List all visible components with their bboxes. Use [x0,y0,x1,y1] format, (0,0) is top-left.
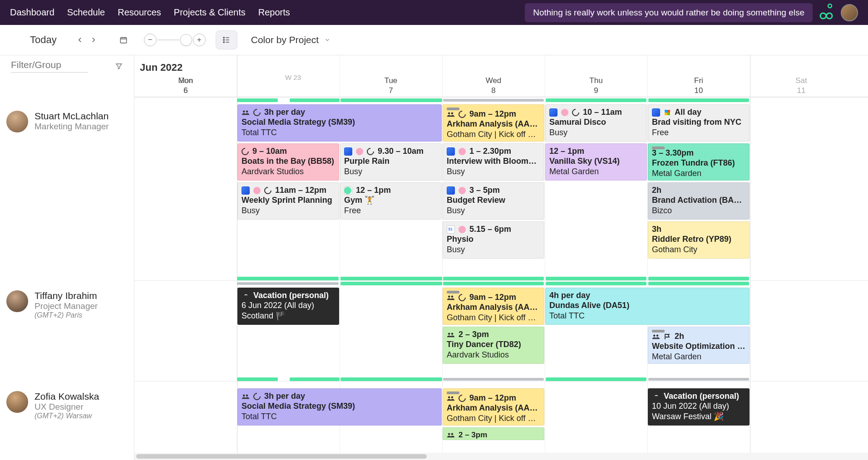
event-budget[interactable]: 3 – 5pm Budget Review Busy [443,182,544,220]
outlook-icon [549,108,557,117]
color-dot-icon [356,148,363,155]
zoom-in-button[interactable]: + [193,34,206,46]
nav-reports[interactable]: Reports [258,1,290,24]
event-vacation-zofia[interactable]: Vacation (personal) 10 Jun 2022 (All day… [648,388,750,426]
chevron-down-icon [324,37,330,43]
lane-zofia: 3h per day Social Media Strategy (SM39) … [134,381,868,454]
svg-point-18 [451,396,454,398]
color-dot-icon [664,109,671,116]
recurring-icon [572,109,579,116]
event-dundas[interactable]: 4h per day Dundas Alive (DA51) Total TTC [545,288,750,325]
recurring-icon [253,109,261,116]
zoom-out-button[interactable]: − [144,34,157,46]
recurring-icon [367,148,374,155]
event-td-zofia[interactable]: 2 – 3pm [443,427,544,440]
topbar: Dashboard Schedule Resources Projects & … [0,0,868,25]
svg-point-12 [451,333,454,335]
person-row-tiffany[interactable]: Tiffany IbrahimProject Manager(GMT+2) Pa… [0,283,134,384]
event-gym[interactable]: 12 – 1pm Gym 🏋️ Free [340,182,442,220]
event-boats[interactable]: 9 – 10am Boats in the Bay (BB58) Aardvar… [237,143,339,181]
next-button[interactable] [87,33,100,47]
prev-button[interactable] [73,33,87,47]
recurring-icon [264,187,271,194]
lane-tiffany: Vacation (personal) 6 Jun 2022 (All day)… [134,280,868,381]
svg-rect-1 [120,38,127,43]
event-purple-rain[interactable]: 9.30 – 10am Purple Rain Busy [340,143,442,181]
vacation-icon [242,292,250,299]
vacation-icon [652,393,660,400]
event-bloomberg[interactable]: 1 – 2.30pm Interview with Bloomberg Busy [443,143,544,181]
event-website-opt[interactable]: 2h Website Optimization (WO1 Metal Garde… [648,327,750,364]
outlook-icon [447,147,455,156]
group-icon [242,393,250,400]
svg-point-4 [223,42,225,43]
group-icon [447,294,455,301]
color-dot-icon [344,187,351,194]
event-samurai[interactable]: 10 – 11am Samurai Disco Busy [545,104,647,142]
event-arkham-zofia[interactable]: 9am – 12pm Arkham Analysis (AA40) Gotham… [443,388,544,426]
color-dot-icon [459,187,466,194]
svg-point-10 [451,295,454,298]
recurring-icon [459,395,466,402]
nav-resources[interactable]: Resources [118,1,161,24]
svg-point-5 [243,110,245,113]
group-icon [447,395,455,401]
svg-point-17 [448,396,450,398]
schedule-grid[interactable]: Jun 2022 W 23 Sun5 Mon6 Tue7 Wed8 Thu9 F… [134,55,868,460]
outlook-icon [652,108,660,117]
event-sm39-zofia[interactable]: 3h per day Social Media Strategy (SM39) … [237,388,442,426]
person-row-zofia[interactable]: Zofia KowalskaUX Designer(GMT+2) Warsaw [0,384,134,427]
color-by-dropdown[interactable]: Color by Project [251,34,330,45]
svg-point-3 [223,39,225,41]
svg-point-8 [451,112,454,114]
event-frozen[interactable]: 3 – 3.30pm Frozen Tundra (FT86) Metal Ga… [648,143,750,181]
person-row-stuart[interactable]: Stuart McLachlanMarketing Manager [0,103,134,283]
group-icon [447,332,455,338]
nav-projects-clients[interactable]: Projects & Clients [174,1,246,24]
group-icon [447,432,455,438]
group-icon [242,109,250,116]
outlook-icon [447,186,455,195]
event-arkham-stuart[interactable]: 9am – 12pm Arkham Analysis (AA40) Gotham… [443,104,544,142]
event-riddler[interactable]: 3h Riddler Retro (YP89) Gotham City [648,221,750,259]
filter-input[interactable] [11,59,88,73]
people-sidebar: Stuart McLachlanMarketing Manager Tiffan… [0,55,134,460]
event-vanilla[interactable]: 12 – 1pm Vanilla Sky (VS14) Metal Garden [545,143,647,181]
filter-icon[interactable] [115,62,123,70]
horizontal-scrollbar[interactable] [134,453,868,460]
svg-point-0 [828,4,832,8]
today-button[interactable]: Today [30,34,57,46]
nav-dashboard[interactable]: Dashboard [10,1,54,24]
list-view-toggle[interactable] [216,30,237,49]
nav-schedule[interactable]: Schedule [67,1,105,24]
event-tiny-dancer[interactable]: 2 – 3pm Tiny Dancer (TD82) Aardvark Stud… [443,327,544,364]
outlook-icon [242,186,250,195]
event-physio[interactable]: 5.15 – 6pm Physio Busy [443,221,544,259]
event-brad[interactable]: All day Brad visiting from NYC Free [648,104,750,142]
brand-logo[interactable] [819,3,833,22]
group-icon [447,111,455,117]
group-icon [652,333,660,340]
calendar-icon[interactable] [117,33,130,47]
zoom-slider-knob[interactable] [180,34,192,46]
outlook-icon [344,147,352,156]
event-vacation-tiffany[interactable]: Vacation (personal) 6 Jun 2022 (All day)… [237,288,339,325]
svg-point-16 [246,394,248,396]
color-dot-icon [459,148,466,155]
event-sprint[interactable]: 11am – 12pm Weekly Sprint Planning Busy [237,182,339,220]
recurring-icon [459,111,466,118]
recurring-icon [459,294,466,301]
svg-point-2 [223,37,225,39]
color-dot-icon [459,226,466,233]
color-dot-icon [253,187,261,194]
event-brand[interactable]: 2h Brand Activation (BA05) Bizco [648,182,750,220]
user-avatar[interactable] [841,4,858,21]
event-arkham-tiffany[interactable]: 9am – 12pm Arkham Analysis (AA40) Gotham… [443,288,544,325]
main-nav: Dashboard Schedule Resources Projects & … [10,1,290,24]
svg-point-15 [243,394,245,396]
svg-point-11 [448,333,450,335]
gcal-icon [447,225,455,234]
event-sm39-stuart[interactable]: 3h per day Social Media Strategy (SM39) … [237,104,442,142]
svg-point-6 [246,110,248,113]
recurring-icon [253,393,261,400]
